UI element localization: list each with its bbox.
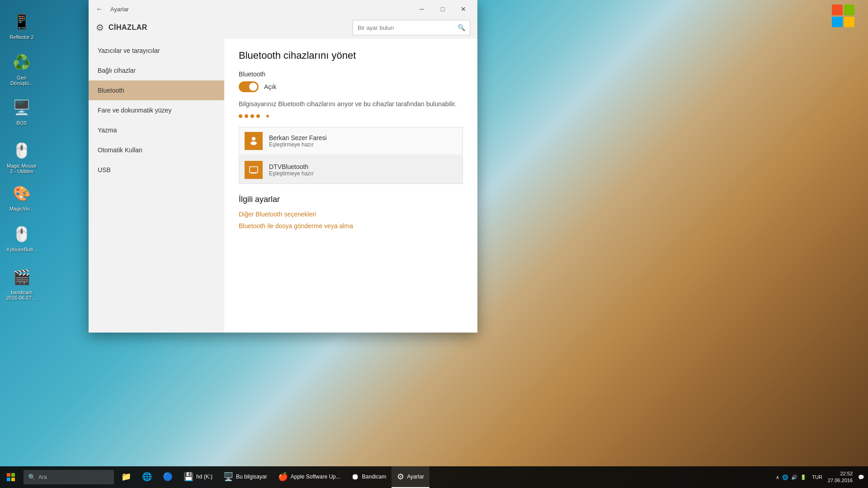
desktop-icon-bos[interactable]: 🖥️ BOS [4, 95, 40, 127]
taskbar-item-hdk[interactable]: 💾 hd (K:) [178, 466, 218, 488]
xylouse-label: XylouseButt... [6, 247, 37, 252]
device-item-dtv[interactable]: DTVBluetooth Eşleştirmeye hazır [239, 156, 463, 184]
taskbar-item-bu-bilgisayar[interactable]: 🖥️ Bu bilgisayar [218, 466, 273, 488]
taskbar-item-settings[interactable]: ⚙ Ayarlar [392, 466, 429, 488]
bandicam-icon: 🎬 [11, 266, 33, 288]
app-header: ⚙ CİHAZLAR 🔍 [89, 18, 477, 39]
taskbar-item-chrome[interactable]: 🔵 [157, 466, 178, 488]
window-title: Ayarlar [110, 6, 129, 13]
bandicam-tb-label: Bandicam [362, 474, 386, 480]
sidebar-item-bluetooth[interactable]: Bluetooth [89, 80, 224, 100]
sidebar-item-usb[interactable]: USB [89, 160, 224, 180]
magicvio-icon: 🎨 [11, 183, 33, 204]
file-explorer-icon: 📁 [121, 472, 131, 482]
desktop: 📱 Reflector 2 ♻️ Geri Dönüştü... 🖥️ BOS … [0, 0, 868, 488]
apple-update-label: Apple Software Up... [291, 474, 340, 480]
device-item-berkan[interactable]: Berkan Sezer Faresi Eşleştirmeye hazır [239, 127, 463, 155]
sidebar: Yazıcılar ve tarayıcılar Bağlı cihazlar … [89, 39, 224, 333]
window-titlebar: ← Ayarlar ─ □ ✕ [89, 0, 477, 18]
related-section-title: İlgili ayarlar [239, 195, 463, 204]
dosya-gonder-link[interactable]: Bluetooth ile dosya gönderme veya alma [239, 222, 463, 230]
dot-4 [256, 114, 260, 118]
svg-point-1 [250, 141, 257, 145]
desktop-icon-bandicam[interactable]: 🎬 bandicam 2016-06-27 ... [4, 264, 40, 302]
svg-rect-2 [250, 167, 258, 173]
edge-icon: 🌐 [142, 472, 152, 482]
desktop-icon-xylouse[interactable]: 🖱️ XylouseButt... [4, 221, 40, 254]
taskbar-items: 📁 🌐 🔵 💾 hd (K:) 🖥️ Bu bilgisayar 🍎 Apple… [116, 466, 772, 488]
device-status-dtv: Eşleştirmeye hazır [269, 170, 457, 177]
header-title-area: ⚙ CİHAZLAR [96, 22, 147, 33]
hdk-icon: 💾 [184, 472, 193, 482]
gear-icon: ⚙ [96, 22, 104, 33]
device-info-berkan: Berkan Sezer Faresi Eşleştirmeye hazır [269, 134, 457, 148]
settings-tb-icon: ⚙ [397, 472, 404, 482]
bluetooth-section-label: Bluetooth [239, 70, 463, 78]
clock-time: 22:52 [828, 470, 853, 477]
recycle-icon: ♻️ [11, 52, 33, 73]
toggle-knob [249, 83, 257, 91]
bandicam-label: bandicam 2016-06-27 ... [5, 290, 38, 300]
taskbar: 🔍 Ara 📁 🌐 🔵 💾 hd (K:) 🖥️ Bu bilgisayar [0, 466, 868, 488]
xylouse-icon: 🖱️ [11, 223, 33, 245]
taskbar-item-file-explorer[interactable]: 📁 [116, 466, 137, 488]
bandicam-tb-icon: ⏺ [351, 472, 359, 482]
taskbar-item-apple-update[interactable]: 🍎 Apple Software Up... [273, 466, 346, 488]
sidebar-item-bagli-cihazlar[interactable]: Bağlı cihazlar [89, 61, 224, 80]
bos-label: BOS [16, 120, 27, 126]
chevron-up-icon[interactable]: ∧ [776, 474, 779, 480]
taskbar-clock[interactable]: 22:52 27.06.2016 [824, 470, 856, 484]
scanning-text: Bilgisayarınız Bluetooth cihazlarını arı… [239, 99, 463, 109]
app-title: CİHAZLAR [108, 23, 147, 32]
dot-3 [250, 114, 254, 118]
hdk-label: hd (K:) [196, 474, 212, 480]
svg-point-0 [252, 137, 255, 141]
desktop-icon-magic-mouse[interactable]: 🖱️ Magic Mouse 2 - Utilities [4, 138, 40, 176]
settings-tb-label: Ayarlar [407, 474, 424, 480]
start-button[interactable] [0, 466, 22, 488]
maximize-button[interactable]: □ [432, 2, 453, 16]
search-box[interactable]: 🔍 [353, 20, 470, 35]
taskbar-item-bandicam[interactable]: ⏺ Bandicam [346, 466, 392, 488]
sidebar-item-fare[interactable]: Fare ve dokunmatik yüzey [89, 100, 224, 120]
search-icon: 🔍 [458, 24, 465, 31]
sidebar-item-otomatik-kullan[interactable]: Otomatik Kullan [89, 140, 224, 160]
minimize-button[interactable]: ─ [411, 2, 432, 16]
device-info-dtv: DTVBluetooth Eşleştirmeye hazır [269, 163, 457, 177]
dot-1 [239, 114, 242, 118]
notification-icon[interactable]: 💬 [858, 474, 864, 480]
desktop-icon-magicvio[interactable]: 🎨 MagicVio... [4, 181, 40, 213]
volume-icon[interactable]: 🔊 [791, 474, 797, 480]
language-indicator: TUR [812, 474, 822, 480]
clock-date: 27.06.2016 [828, 477, 853, 484]
desktop-icon-reflector2[interactable]: 📱 Reflector 2 [4, 9, 40, 42]
chrome-icon: 🔵 [163, 472, 173, 482]
diger-bluetooth-link[interactable]: Diğer Bluetooth seçenekleri [239, 211, 463, 218]
page-title: Bluetooth cihazlarını yönet [239, 50, 463, 61]
toggle-row: Açık [239, 81, 463, 92]
sys-icons: ∧ 🌐 🔊 🔋 [772, 474, 810, 480]
battery-icon: 🔋 [800, 474, 807, 480]
reflector2-label: Reflector 2 [9, 34, 33, 40]
magicvio-label: MagicVio... [9, 206, 34, 211]
taskbar-item-edge[interactable]: 🌐 [137, 466, 157, 488]
device-list: Berkan Sezer Faresi Eşleştirmeye hazır [239, 127, 463, 184]
bu-bilgisayar-label: Bu bilgisayar [236, 474, 267, 480]
taskbar-search[interactable]: 🔍 Ara [24, 470, 114, 484]
device-name-dtv: DTVBluetooth [269, 163, 457, 170]
toggle-label: Açık [264, 83, 276, 90]
sidebar-item-yazma[interactable]: Yazma [89, 120, 224, 140]
dot-5 [266, 115, 269, 117]
sidebar-item-yazicilar[interactable]: Yazıcılar ve tarayıcılar [89, 41, 224, 61]
window-body: Yazıcılar ve tarayıcılar Bağlı cihazlar … [89, 39, 477, 333]
bluetooth-toggle[interactable] [239, 81, 259, 92]
dot-spacer [262, 114, 264, 118]
network-icon: 🌐 [782, 474, 788, 480]
device-status-berkan: Eşleştirmeye hazır [269, 141, 457, 148]
magic-mouse-label: Magic Mouse 2 - Utilities [5, 163, 38, 174]
desktop-icon-geri-donusturucu[interactable]: ♻️ Geri Dönüştü... [4, 50, 40, 88]
apple-icon: 🍎 [278, 472, 288, 482]
back-button[interactable]: ← [92, 2, 107, 16]
close-button[interactable]: ✕ [453, 2, 474, 16]
search-input[interactable] [358, 24, 458, 31]
